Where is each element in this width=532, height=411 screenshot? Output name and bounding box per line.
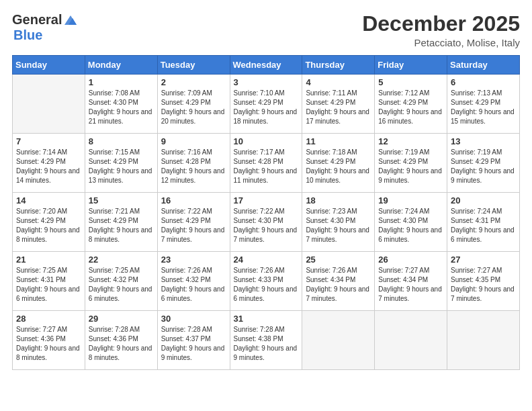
- calendar-cell: 31Sunrise: 7:28 AM Sunset: 4:38 PM Dayli…: [230, 311, 302, 370]
- day-info: Sunrise: 7:22 AM Sunset: 4:29 PM Dayligh…: [161, 207, 226, 244]
- day-number: 24: [234, 255, 299, 265]
- calendar-cell: 28Sunrise: 7:27 AM Sunset: 4:36 PM Dayli…: [13, 311, 85, 370]
- col-header-thursday: Thursday: [302, 56, 375, 75]
- day-info: Sunrise: 7:21 AM Sunset: 4:29 PM Dayligh…: [89, 207, 154, 244]
- day-info: Sunrise: 7:24 AM Sunset: 4:30 PM Dayligh…: [378, 207, 443, 244]
- day-number: 21: [16, 255, 81, 265]
- calendar-cell: 24Sunrise: 7:26 AM Sunset: 4:33 PM Dayli…: [230, 252, 302, 311]
- calendar-cell: [447, 311, 520, 370]
- day-info: Sunrise: 7:28 AM Sunset: 4:37 PM Dayligh…: [161, 325, 226, 363]
- calendar-cell: 7Sunrise: 7:14 AM Sunset: 4:29 PM Daylig…: [13, 134, 85, 193]
- calendar-cell: [375, 311, 447, 370]
- day-info: Sunrise: 7:16 AM Sunset: 4:28 PM Dayligh…: [161, 148, 226, 185]
- day-info: Sunrise: 7:22 AM Sunset: 4:30 PM Dayligh…: [234, 207, 299, 244]
- calendar-cell: [13, 75, 85, 134]
- day-number: 31: [234, 314, 299, 324]
- day-info: Sunrise: 7:15 AM Sunset: 4:29 PM Dayligh…: [89, 148, 154, 185]
- calendar-cell: 27Sunrise: 7:27 AM Sunset: 4:35 PM Dayli…: [447, 252, 520, 311]
- day-info: Sunrise: 7:20 AM Sunset: 4:29 PM Dayligh…: [16, 207, 81, 244]
- logo-blue-text: Blue: [13, 28, 42, 42]
- day-number: 26: [378, 255, 443, 265]
- calendar-cell: 12Sunrise: 7:19 AM Sunset: 4:29 PM Dayli…: [375, 134, 447, 193]
- day-number: 17: [234, 195, 299, 205]
- logo: General Blue: [12, 12, 78, 43]
- day-number: 14: [16, 195, 81, 205]
- calendar-cell: 26Sunrise: 7:27 AM Sunset: 4:34 PM Dayli…: [375, 252, 447, 311]
- col-header-saturday: Saturday: [447, 56, 520, 75]
- calendar-cell: 8Sunrise: 7:15 AM Sunset: 4:29 PM Daylig…: [85, 134, 157, 193]
- calendar-cell: 19Sunrise: 7:24 AM Sunset: 4:30 PM Dayli…: [375, 193, 447, 252]
- week-row-3: 14Sunrise: 7:20 AM Sunset: 4:29 PM Dayli…: [13, 193, 520, 252]
- day-number: 25: [306, 255, 371, 265]
- page: General Blue December 2025 Petacciato, M…: [0, 0, 532, 411]
- day-number: 27: [451, 255, 516, 265]
- day-info: Sunrise: 7:08 AM Sunset: 4:30 PM Dayligh…: [89, 89, 154, 126]
- title-block: December 2025 Petacciato, Molise, Italy: [362, 12, 520, 48]
- day-number: 5: [378, 77, 443, 87]
- day-number: 9: [161, 136, 226, 146]
- calendar-cell: 11Sunrise: 7:18 AM Sunset: 4:29 PM Dayli…: [302, 134, 375, 193]
- calendar-header-row: SundayMondayTuesdayWednesdayThursdayFrid…: [13, 56, 520, 75]
- col-header-sunday: Sunday: [13, 56, 85, 75]
- col-header-wednesday: Wednesday: [230, 56, 302, 75]
- day-number: 1: [89, 77, 154, 87]
- day-number: 29: [89, 314, 154, 324]
- logo-icon: [63, 13, 78, 28]
- day-info: Sunrise: 7:28 AM Sunset: 4:38 PM Dayligh…: [234, 325, 299, 363]
- day-number: 28: [16, 314, 81, 324]
- day-number: 13: [451, 136, 516, 146]
- calendar-cell: 3Sunrise: 7:10 AM Sunset: 4:29 PM Daylig…: [230, 75, 302, 134]
- col-header-tuesday: Tuesday: [157, 56, 230, 75]
- month-title: December 2025: [362, 12, 520, 36]
- day-info: Sunrise: 7:25 AM Sunset: 4:31 PM Dayligh…: [16, 266, 81, 304]
- day-info: Sunrise: 7:10 AM Sunset: 4:29 PM Dayligh…: [234, 89, 299, 126]
- calendar-cell: 10Sunrise: 7:17 AM Sunset: 4:28 PM Dayli…: [230, 134, 302, 193]
- day-info: Sunrise: 7:27 AM Sunset: 4:34 PM Dayligh…: [378, 266, 443, 304]
- day-number: 8: [89, 136, 154, 146]
- col-header-friday: Friday: [375, 56, 447, 75]
- day-info: Sunrise: 7:27 AM Sunset: 4:35 PM Dayligh…: [451, 266, 516, 304]
- day-number: 23: [161, 255, 226, 265]
- day-number: 12: [378, 136, 443, 146]
- day-info: Sunrise: 7:18 AM Sunset: 4:29 PM Dayligh…: [306, 148, 371, 185]
- calendar-cell: 2Sunrise: 7:09 AM Sunset: 4:29 PM Daylig…: [157, 75, 230, 134]
- day-number: 15: [89, 195, 154, 205]
- day-number: 16: [161, 195, 226, 205]
- location: Petacciato, Molise, Italy: [362, 37, 520, 48]
- day-number: 18: [306, 195, 371, 205]
- calendar-cell: 6Sunrise: 7:13 AM Sunset: 4:29 PM Daylig…: [447, 75, 520, 134]
- day-number: 30: [161, 314, 226, 324]
- calendar-cell: 20Sunrise: 7:24 AM Sunset: 4:31 PM Dayli…: [447, 193, 520, 252]
- calendar-cell: 30Sunrise: 7:28 AM Sunset: 4:37 PM Dayli…: [157, 311, 230, 370]
- day-info: Sunrise: 7:13 AM Sunset: 4:29 PM Dayligh…: [451, 89, 516, 126]
- calendar-cell: 21Sunrise: 7:25 AM Sunset: 4:31 PM Dayli…: [13, 252, 85, 311]
- day-number: 6: [451, 77, 516, 87]
- day-number: 3: [234, 77, 299, 87]
- day-info: Sunrise: 7:24 AM Sunset: 4:31 PM Dayligh…: [451, 207, 516, 244]
- calendar-cell: 18Sunrise: 7:23 AM Sunset: 4:30 PM Dayli…: [302, 193, 375, 252]
- day-info: Sunrise: 7:26 AM Sunset: 4:33 PM Dayligh…: [234, 266, 299, 304]
- calendar-cell: 14Sunrise: 7:20 AM Sunset: 4:29 PM Dayli…: [13, 193, 85, 252]
- calendar-cell: 13Sunrise: 7:19 AM Sunset: 4:29 PM Dayli…: [447, 134, 520, 193]
- calendar-table: SundayMondayTuesdayWednesdayThursdayFrid…: [12, 55, 520, 370]
- day-number: 2: [161, 77, 226, 87]
- day-info: Sunrise: 7:27 AM Sunset: 4:36 PM Dayligh…: [16, 325, 81, 363]
- day-info: Sunrise: 7:17 AM Sunset: 4:28 PM Dayligh…: [234, 148, 299, 185]
- day-info: Sunrise: 7:12 AM Sunset: 4:29 PM Dayligh…: [378, 89, 443, 126]
- day-number: 20: [451, 195, 516, 205]
- col-header-monday: Monday: [85, 56, 157, 75]
- day-number: 19: [378, 195, 443, 205]
- day-number: 7: [16, 136, 81, 146]
- calendar-cell: 5Sunrise: 7:12 AM Sunset: 4:29 PM Daylig…: [375, 75, 447, 134]
- calendar-cell: 15Sunrise: 7:21 AM Sunset: 4:29 PM Dayli…: [85, 193, 157, 252]
- calendar-cell: 25Sunrise: 7:26 AM Sunset: 4:34 PM Dayli…: [302, 252, 375, 311]
- day-number: 11: [306, 136, 371, 146]
- logo-general-text: General: [12, 12, 62, 28]
- calendar-cell: 17Sunrise: 7:22 AM Sunset: 4:30 PM Dayli…: [230, 193, 302, 252]
- day-info: Sunrise: 7:09 AM Sunset: 4:29 PM Dayligh…: [161, 89, 226, 126]
- day-info: Sunrise: 7:14 AM Sunset: 4:29 PM Dayligh…: [16, 148, 81, 185]
- day-info: Sunrise: 7:28 AM Sunset: 4:36 PM Dayligh…: [89, 325, 154, 363]
- calendar-cell: 22Sunrise: 7:25 AM Sunset: 4:32 PM Dayli…: [85, 252, 157, 311]
- calendar-cell: 4Sunrise: 7:11 AM Sunset: 4:29 PM Daylig…: [302, 75, 375, 134]
- calendar-cell: 29Sunrise: 7:28 AM Sunset: 4:36 PM Dayli…: [85, 311, 157, 370]
